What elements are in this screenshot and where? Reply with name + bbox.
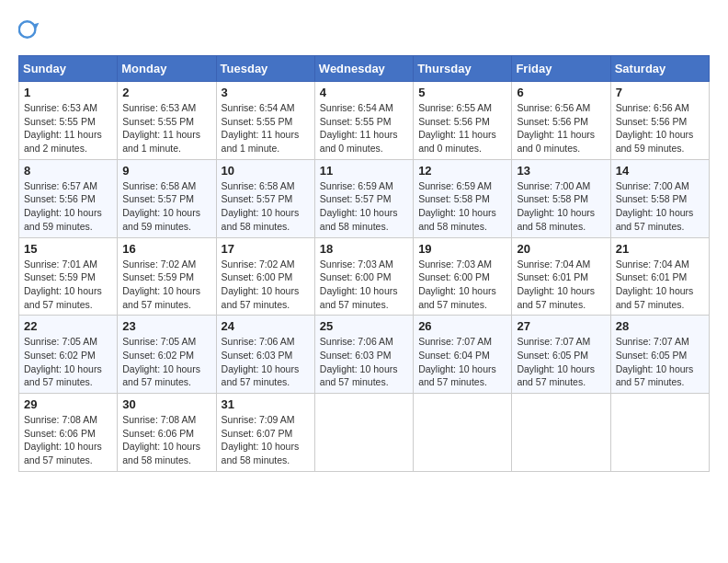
day-cell-15: 15Sunrise: 7:01 AMSunset: 5:59 PMDayligh…: [19, 237, 118, 316]
day-number: 14: [616, 164, 704, 178]
day-cell-25: 25Sunrise: 7:06 AMSunset: 6:03 PMDayligh…: [314, 316, 413, 394]
day-number: 7: [616, 86, 704, 99]
empty-cell: [610, 394, 709, 472]
header-saturday: Saturday: [610, 56, 709, 82]
day-info: Sunrise: 7:07 AMSunset: 6:05 PMDaylight:…: [517, 335, 605, 389]
day-cell-24: 24Sunrise: 7:06 AMSunset: 6:03 PMDayligh…: [216, 316, 314, 394]
empty-cell: [414, 394, 512, 472]
day-info: Sunrise: 7:04 AMSunset: 6:01 PMDaylight:…: [517, 258, 605, 312]
page-header: [18, 18, 710, 40]
week-row-5: 29Sunrise: 7:08 AMSunset: 6:06 PMDayligh…: [19, 394, 710, 472]
day-number: 3: [222, 86, 310, 99]
day-number: 25: [320, 319, 408, 333]
day-cell-11: 11Sunrise: 6:59 AMSunset: 5:57 PMDayligh…: [314, 159, 413, 237]
day-cell-30: 30Sunrise: 7:08 AMSunset: 6:06 PMDayligh…: [118, 394, 216, 472]
header-friday: Friday: [512, 56, 610, 82]
day-number: 31: [222, 397, 310, 411]
week-row-1: 1Sunrise: 6:53 AMSunset: 5:55 PMDaylight…: [19, 82, 710, 160]
day-info: Sunrise: 6:53 AMSunset: 5:55 PMDaylight:…: [122, 101, 210, 155]
day-cell-5: 5Sunrise: 6:55 AMSunset: 5:56 PMDaylight…: [414, 82, 512, 160]
day-info: Sunrise: 7:02 AMSunset: 5:59 PMDaylight:…: [122, 258, 210, 312]
day-info: Sunrise: 7:06 AMSunset: 6:03 PMDaylight:…: [320, 335, 408, 389]
day-number: 29: [24, 397, 112, 411]
day-number: 22: [24, 319, 112, 333]
day-number: 19: [418, 242, 506, 256]
day-number: 13: [517, 164, 605, 178]
week-row-3: 15Sunrise: 7:01 AMSunset: 5:59 PMDayligh…: [19, 237, 710, 316]
day-cell-21: 21Sunrise: 7:04 AMSunset: 6:01 PMDayligh…: [610, 237, 709, 316]
day-info: Sunrise: 7:05 AMSunset: 6:02 PMDaylight:…: [24, 335, 112, 389]
day-cell-27: 27Sunrise: 7:07 AMSunset: 6:05 PMDayligh…: [512, 316, 610, 394]
day-info: Sunrise: 6:54 AMSunset: 5:55 PMDaylight:…: [320, 101, 408, 155]
day-cell-14: 14Sunrise: 7:00 AMSunset: 5:58 PMDayligh…: [610, 159, 709, 237]
header-wednesday: Wednesday: [314, 56, 413, 82]
day-number: 17: [222, 242, 310, 256]
header-thursday: Thursday: [414, 56, 512, 82]
day-info: Sunrise: 7:03 AMSunset: 6:00 PMDaylight:…: [418, 258, 506, 312]
day-info: Sunrise: 7:08 AMSunset: 6:06 PMDaylight:…: [122, 413, 210, 467]
day-cell-23: 23Sunrise: 7:05 AMSunset: 6:02 PMDayligh…: [118, 316, 216, 394]
day-info: Sunrise: 6:59 AMSunset: 5:58 PMDaylight:…: [418, 179, 506, 234]
day-info: Sunrise: 6:59 AMSunset: 5:57 PMDaylight:…: [320, 179, 408, 234]
day-cell-3: 3Sunrise: 6:54 AMSunset: 5:55 PMDaylight…: [216, 82, 314, 160]
day-info: Sunrise: 7:06 AMSunset: 6:03 PMDaylight:…: [222, 335, 310, 389]
day-info: Sunrise: 7:07 AMSunset: 6:04 PMDaylight:…: [418, 335, 506, 389]
empty-cell: [314, 394, 413, 472]
day-number: 27: [517, 319, 605, 333]
day-cell-2: 2Sunrise: 6:53 AMSunset: 5:55 PMDaylight…: [118, 82, 216, 160]
day-info: Sunrise: 6:56 AMSunset: 5:56 PMDaylight:…: [517, 101, 605, 155]
day-cell-26: 26Sunrise: 7:07 AMSunset: 6:04 PMDayligh…: [414, 316, 512, 394]
day-cell-28: 28Sunrise: 7:07 AMSunset: 6:05 PMDayligh…: [610, 316, 709, 394]
empty-cell: [512, 394, 610, 472]
day-info: Sunrise: 7:04 AMSunset: 6:01 PMDaylight:…: [616, 258, 704, 312]
header-tuesday: Tuesday: [216, 56, 314, 82]
day-number: 28: [616, 319, 704, 333]
day-cell-16: 16Sunrise: 7:02 AMSunset: 5:59 PMDayligh…: [118, 237, 216, 316]
day-number: 12: [418, 164, 506, 178]
day-info: Sunrise: 7:07 AMSunset: 6:05 PMDaylight:…: [616, 335, 704, 389]
day-info: Sunrise: 7:05 AMSunset: 6:02 PMDaylight:…: [122, 335, 210, 389]
logo: [18, 18, 44, 40]
logo-icon: [18, 18, 40, 40]
day-cell-29: 29Sunrise: 7:08 AMSunset: 6:06 PMDayligh…: [19, 394, 118, 472]
day-number: 11: [320, 164, 408, 178]
day-info: Sunrise: 6:58 AMSunset: 5:57 PMDaylight:…: [222, 179, 310, 234]
day-number: 16: [122, 242, 210, 256]
day-cell-12: 12Sunrise: 6:59 AMSunset: 5:58 PMDayligh…: [414, 159, 512, 237]
calendar-table: SundayMondayTuesdayWednesdayThursdayFrid…: [18, 55, 710, 472]
day-number: 24: [222, 319, 310, 333]
svg-point-0: [19, 21, 36, 38]
day-cell-22: 22Sunrise: 7:05 AMSunset: 6:02 PMDayligh…: [19, 316, 118, 394]
day-cell-31: 31Sunrise: 7:09 AMSunset: 6:07 PMDayligh…: [216, 394, 314, 472]
week-row-2: 8Sunrise: 6:57 AMSunset: 5:56 PMDaylight…: [19, 159, 710, 237]
day-cell-19: 19Sunrise: 7:03 AMSunset: 6:00 PMDayligh…: [414, 237, 512, 316]
day-cell-13: 13Sunrise: 7:00 AMSunset: 5:58 PMDayligh…: [512, 159, 610, 237]
day-info: Sunrise: 7:02 AMSunset: 6:00 PMDaylight:…: [222, 258, 310, 312]
day-number: 4: [320, 86, 408, 99]
day-cell-4: 4Sunrise: 6:54 AMSunset: 5:55 PMDaylight…: [314, 82, 413, 160]
day-cell-7: 7Sunrise: 6:56 AMSunset: 5:56 PMDaylight…: [610, 82, 709, 160]
day-info: Sunrise: 7:00 AMSunset: 5:58 PMDaylight:…: [616, 179, 704, 234]
day-info: Sunrise: 6:56 AMSunset: 5:56 PMDaylight:…: [616, 101, 704, 155]
day-cell-6: 6Sunrise: 6:56 AMSunset: 5:56 PMDaylight…: [512, 82, 610, 160]
day-number: 20: [517, 242, 605, 256]
day-cell-1: 1Sunrise: 6:53 AMSunset: 5:55 PMDaylight…: [19, 82, 118, 160]
day-info: Sunrise: 6:54 AMSunset: 5:55 PMDaylight:…: [222, 101, 310, 155]
day-number: 2: [122, 86, 210, 99]
day-cell-10: 10Sunrise: 6:58 AMSunset: 5:57 PMDayligh…: [216, 159, 314, 237]
day-cell-17: 17Sunrise: 7:02 AMSunset: 6:00 PMDayligh…: [216, 237, 314, 316]
day-number: 21: [616, 242, 704, 256]
day-number: 1: [24, 86, 112, 99]
day-info: Sunrise: 7:01 AMSunset: 5:59 PMDaylight:…: [24, 258, 112, 312]
day-info: Sunrise: 7:00 AMSunset: 5:58 PMDaylight:…: [517, 179, 605, 234]
day-number: 6: [517, 86, 605, 99]
day-info: Sunrise: 7:09 AMSunset: 6:07 PMDaylight:…: [222, 413, 310, 467]
day-number: 18: [320, 242, 408, 256]
day-number: 15: [24, 242, 112, 256]
week-row-4: 22Sunrise: 7:05 AMSunset: 6:02 PMDayligh…: [19, 316, 710, 394]
day-info: Sunrise: 7:03 AMSunset: 6:00 PMDaylight:…: [320, 258, 408, 312]
day-cell-18: 18Sunrise: 7:03 AMSunset: 6:00 PMDayligh…: [314, 237, 413, 316]
header-sunday: Sunday: [19, 56, 118, 82]
day-info: Sunrise: 6:57 AMSunset: 5:56 PMDaylight:…: [24, 179, 112, 234]
day-info: Sunrise: 6:58 AMSunset: 5:57 PMDaylight:…: [122, 179, 210, 234]
